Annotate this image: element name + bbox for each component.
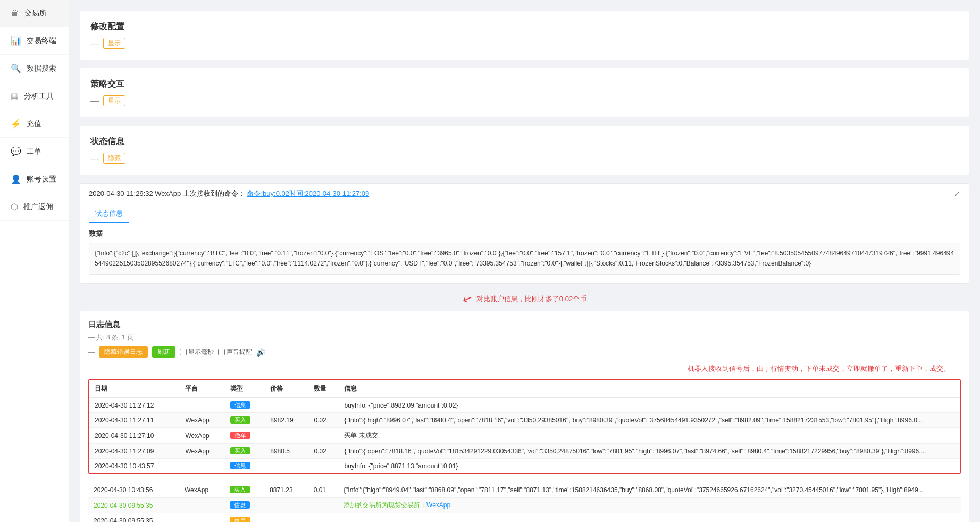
- cell-info: 添加的交易所为现货交易所：WexApp: [338, 498, 961, 513]
- refresh-button[interactable]: 刷新: [152, 346, 175, 358]
- modify-config-toggle: — 显示: [90, 38, 959, 49]
- sidebar-item-label: 充值: [27, 119, 41, 129]
- sidebar-item-datasearch[interactable]: 🔍 数据搜索: [0, 55, 69, 82]
- ticket-icon: 💬: [11, 146, 21, 156]
- cell-platform: [180, 459, 224, 474]
- cell-qty: [308, 398, 339, 413]
- cell-qty: [308, 498, 338, 513]
- hide-error-log-button[interactable]: 隐藏错误日志: [99, 346, 148, 358]
- cell-price: [265, 459, 308, 474]
- show-ms-label[interactable]: 显示毫秒: [180, 347, 214, 357]
- sidebar-item-analytics[interactable]: ▦ 分析工具: [0, 82, 69, 110]
- modify-config-show-button[interactable]: 显示: [103, 38, 125, 49]
- cell-info: buyInfo: {"price":8871.13,"amount":0.01}: [339, 459, 960, 474]
- modify-config-title: 修改配置: [90, 21, 959, 32]
- cell-date: 2020-04-30 11:27:12: [89, 398, 180, 413]
- log-section: 日志信息 — 共: 8 条, 1 页 — 隐藏错误日志 刷新 显示毫秒 声音提醒…: [80, 311, 969, 522]
- expand-icon[interactable]: ⤢: [954, 189, 960, 198]
- table-row: 2020-04-30 10:43:57 信息 buyInfo: {"price"…: [89, 459, 960, 474]
- sidebar-item-account[interactable]: 👤 账号设置: [0, 165, 69, 193]
- extra-table-row: 2020-04-30 09:55:35 重启: [88, 513, 961, 522]
- terminal-icon: 📊: [11, 36, 21, 46]
- robot-note: 机器人接收到信号后，由于行情变动，下单未成交，立即就撤单了，重新下单，成交。: [88, 364, 961, 374]
- type-badge: 信息: [230, 462, 250, 469]
- log-controls: — 隐藏错误日志 刷新 显示毫秒 声音提醒 🔊: [88, 346, 961, 358]
- sidebar-item-referral[interactable]: ⬡ 推广返佣: [0, 193, 69, 221]
- sidebar-item-recharge[interactable]: ⚡ 充值: [0, 110, 69, 138]
- type-badge: 买入: [230, 486, 250, 493]
- cell-qty: 0.02: [308, 444, 339, 459]
- cell-date: 2020-04-30 11:27:10: [89, 428, 180, 444]
- cell-type: 买入: [224, 483, 264, 498]
- cell-platform: WexApp: [180, 428, 224, 444]
- cell-price: 8871.23: [264, 483, 308, 498]
- cell-info: {"Info":{"high":"8996.07","last":"8980.4…: [339, 413, 960, 428]
- data-section: 数据 {"Info":{"c2c":[]},"exchange":[{"curr…: [80, 223, 969, 283]
- cell-qty: [308, 459, 339, 474]
- cell-type: 撤单: [225, 428, 265, 444]
- log-table-highlighted: 日期 平台 类型 价格 数量 信息 2020-04-30 11:27:12 信息…: [88, 379, 961, 474]
- cell-type: 重启: [224, 513, 264, 522]
- cell-price: [264, 513, 308, 522]
- tab-status-info[interactable]: 状态信息: [89, 204, 129, 223]
- status-info-toggle: — 隐藏: [90, 153, 959, 164]
- sound-remind-label[interactable]: 声音提醒: [218, 347, 252, 357]
- type-badge: 买入: [230, 447, 250, 454]
- data-content: {"Info":{"c2c":[]},"exchange":[{"currenc…: [89, 243, 960, 275]
- col-price: 价格: [265, 380, 308, 398]
- data-title: 数据: [89, 229, 960, 238]
- toggle-dash2: —: [90, 96, 99, 106]
- cell-qty: 0.02: [308, 413, 339, 428]
- col-platform: 平台: [180, 380, 224, 398]
- status-info-title: 状态信息: [90, 136, 959, 147]
- exchange-link[interactable]: WexApp: [426, 501, 450, 509]
- annotation: ↙ 对比账户信息，比刚才多了0.02个币: [80, 292, 969, 306]
- cell-type: 信息: [224, 498, 264, 513]
- strategy-interact-show-button[interactable]: 显示: [103, 95, 125, 106]
- status-box-cmd[interactable]: 命令:buy:0.02时间:2020-04-30 11:27:09: [247, 189, 369, 197]
- strategy-interact-toggle: — 显示: [90, 95, 959, 106]
- cell-qty: [308, 428, 339, 444]
- log-meta: — 共: 8 条, 1 页: [88, 333, 961, 342]
- table-row: 2020-04-30 11:27:10 WexApp 撤单 买单 未成交: [89, 428, 960, 444]
- extra-table-row: 2020-04-30 09:55:35 信息 添加的交易所为现货交易所：WexA…: [88, 498, 961, 513]
- cell-platform: WexApp: [180, 413, 224, 428]
- cell-type: 买入: [225, 413, 265, 428]
- cell-qty: [308, 513, 338, 522]
- sidebar-item-label: 分析工具: [24, 92, 54, 101]
- cell-info: buyInfo: {"price":8982.09,"amount":0.02}: [339, 398, 960, 413]
- status-info-hide-button[interactable]: 隐藏: [103, 153, 125, 164]
- status-tabs: 状态信息: [80, 204, 969, 223]
- cell-info: [338, 513, 961, 522]
- analytics-icon: ▦: [11, 91, 19, 101]
- col-qty: 数量: [308, 380, 339, 398]
- cell-price: 8982.19: [265, 413, 308, 428]
- cell-qty: 0.01: [308, 483, 338, 498]
- col-date: 日期: [89, 380, 180, 398]
- status-box-header-text: 2020-04-30 11:29:32 WexApp 上次接收到的命令： 命令:…: [89, 189, 369, 198]
- recharge-icon: ⚡: [11, 119, 21, 129]
- status-box: 2020-04-30 11:29:32 WexApp 上次接收到的命令： 命令:…: [80, 183, 969, 284]
- sidebar-item-terminal[interactable]: 📊 交易终端: [0, 27, 69, 55]
- sound-remind-checkbox[interactable]: [218, 349, 225, 355]
- log-table: 日期 平台 类型 价格 数量 信息 2020-04-30 11:27:12 信息…: [89, 380, 960, 473]
- toggle-dash3: —: [90, 154, 99, 163]
- type-badge: 买入: [230, 416, 250, 424]
- main-content: 修改配置 — 显示 策略交互 — 显示 状态信息 — 隐藏 2020-04-30…: [69, 0, 980, 522]
- type-badge: 信息: [230, 501, 250, 509]
- cell-price: [264, 498, 308, 513]
- cell-price: [265, 428, 308, 444]
- account-icon: 👤: [11, 174, 21, 184]
- sidebar-item-label: 工单: [27, 147, 41, 156]
- sidebar-item-tickets[interactable]: 💬 工单: [0, 138, 69, 165]
- sound-icon: 🔊: [256, 348, 265, 357]
- cell-price: 8980.5: [265, 444, 308, 459]
- col-type: 类型: [225, 380, 265, 398]
- cell-date: 2020-04-30 11:27:09: [89, 444, 180, 459]
- cell-date: 2020-04-30 10:43:56: [88, 483, 179, 498]
- extra-table-row: 2020-04-30 10:43:56 WexApp 买入 8871.23 0.…: [88, 483, 961, 498]
- type-badge: 重启: [230, 517, 250, 522]
- sidebar-item-exchange[interactable]: 🗑 交易所: [0, 0, 69, 27]
- show-ms-checkbox[interactable]: [180, 349, 187, 355]
- status-info-section: 状态信息 — 隐藏: [80, 126, 969, 175]
